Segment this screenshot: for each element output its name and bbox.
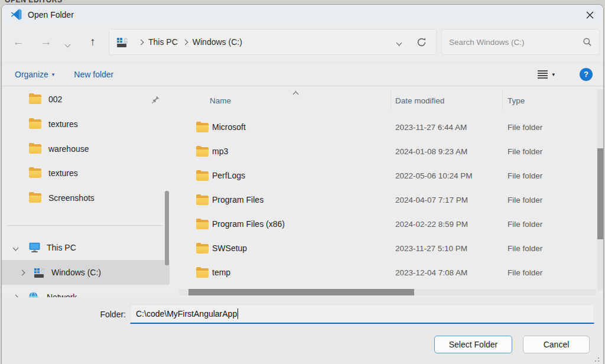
file-row-program-files[interactable]: Program Files 2024-04-07 7:17 PM File fo…	[178, 188, 591, 213]
folder-icon	[29, 168, 41, 178]
chevron-down-icon	[396, 40, 402, 46]
folder-icon	[29, 193, 41, 203]
file-row-microsoft[interactable]: Microsoft 2023-11-27 6:44 AM File folder	[178, 116, 591, 140]
search-icon	[583, 37, 592, 47]
drive-icon	[116, 36, 128, 48]
dialog-footer: Folder: C:\code\MyFirstAngularApp Select…	[2, 297, 603, 364]
dialog-title: Open Folder	[28, 10, 74, 20]
folder-icon	[196, 244, 209, 254]
dialog-titlebar: Open Folder	[2, 5, 603, 24]
close-button[interactable]	[584, 9, 596, 21]
column-header-date-modified[interactable]: Date modified	[395, 96, 444, 105]
cancel-button[interactable]: Cancel	[523, 336, 590, 353]
sidebar-item-screenshots[interactable]: Screenshots	[2, 186, 170, 210]
command-toolbar: Organize ▾ New folder ▾ ?	[2, 62, 603, 86]
folder-icon	[196, 147, 209, 157]
resize-grip[interactable]	[591, 354, 600, 362]
sidebar-item-textures[interactable]: textures	[2, 112, 170, 136]
sidebar-item-label: Screenshots	[48, 193, 95, 203]
organize-button[interactable]: Organize ▾	[15, 70, 54, 79]
text-cursor	[238, 308, 238, 319]
folder-icon	[196, 196, 209, 205]
vertical-scrollbar-thumb[interactable]	[597, 148, 604, 239]
sidebar-item-label: 002	[48, 95, 62, 104]
background-app-text: OPEN EDITORS	[5, 0, 63, 4]
chevron-down-icon	[65, 42, 71, 48]
search-input[interactable]	[449, 38, 583, 47]
column-divider[interactable]	[502, 90, 503, 109]
folder-icon	[29, 119, 41, 129]
file-list-header: Name Date modified Type	[178, 87, 604, 114]
recent-locations-button[interactable]	[66, 38, 70, 49]
sidebar-item-warehouse[interactable]: warehouse	[2, 136, 170, 161]
folder-field-label: Folder:	[84, 310, 126, 319]
sort-ascending-icon	[294, 89, 298, 98]
pin-icon	[151, 95, 160, 104]
dropdown-icon: ▾	[52, 72, 55, 77]
breadcrumb-windows-c[interactable]: Windows (C:)	[193, 37, 242, 47]
folder-icon	[29, 144, 41, 154]
file-row-temp[interactable]: temp 2023-12-04 7:08 AM File folder	[178, 261, 591, 285]
sidebar-item-windows-c[interactable]: Windows (C:)	[2, 260, 170, 285]
sidebar-item-this-pc[interactable]: This PC	[2, 235, 170, 260]
folder-icon	[196, 123, 209, 132]
vscode-logo-icon	[11, 9, 22, 20]
sidebar-scrollbar-thumb[interactable]	[165, 191, 169, 265]
file-row-swsetup[interactable]: SWSetup 2023-11-27 5:10 PM File folder	[178, 237, 591, 261]
navigation-bar: ← → ↑ This PC Windows (C:)	[2, 28, 603, 57]
sidebar-item-textures-2[interactable]: textures	[2, 161, 170, 186]
folder-icon	[196, 171, 209, 181]
search-box[interactable]	[441, 29, 600, 55]
network-icon	[28, 291, 41, 297]
new-folder-button[interactable]: New folder	[74, 70, 113, 79]
file-row-perflogs[interactable]: PerfLogs 2022-05-06 10:24 PM File folder	[178, 164, 591, 188]
sidebar-item-label: warehouse	[48, 144, 89, 154]
dropdown-icon: ▾	[552, 72, 555, 77]
sidebar-item-network[interactable]: Network	[2, 285, 170, 297]
sidebar-item-label: textures	[48, 119, 78, 129]
help-button[interactable]: ?	[580, 68, 593, 81]
view-options-button[interactable]: ▾	[538, 70, 555, 79]
chevron-right-icon	[182, 39, 188, 45]
address-dropdown-button[interactable]	[397, 37, 401, 47]
breadcrumb[interactable]: This PC Windows (C:)	[109, 29, 437, 55]
back-button[interactable]: ←	[9, 34, 27, 50]
details-view-icon	[538, 70, 548, 79]
column-divider[interactable]	[391, 90, 391, 109]
file-list: Name Date modified Type Microsoft 2023-1…	[178, 87, 604, 297]
file-row-program-files-x86[interactable]: Program Files (x86) 2024-02-22 8:59 PM F…	[178, 213, 591, 237]
navigation-pane: 002 textures warehouse textures Screensh…	[2, 87, 170, 297]
sidebar-item-002[interactable]: 002	[2, 87, 170, 112]
sidebar-item-label: textures	[48, 168, 78, 178]
horizontal-scrollbar-thumb[interactable]	[188, 289, 414, 295]
chevron-right-icon[interactable]	[19, 269, 25, 275]
this-pc-icon	[28, 242, 41, 253]
folder-icon	[196, 220, 209, 229]
folder-icon	[29, 95, 41, 104]
sidebar-item-label: This PC	[47, 243, 76, 252]
sidebar-item-label: Network	[47, 292, 77, 297]
sidebar-divider	[8, 225, 162, 226]
folder-path-input[interactable]: C:\code\MyFirstAngularApp	[130, 304, 594, 324]
select-folder-button[interactable]: Select Folder	[434, 336, 512, 353]
chevron-right-icon	[138, 39, 144, 45]
folder-path-value: C:\code\MyFirstAngularApp	[136, 309, 237, 318]
sidebar-item-label: Windows (C:)	[51, 268, 101, 277]
column-header-type[interactable]: Type	[508, 96, 525, 105]
breadcrumb-this-pc[interactable]: This PC	[148, 37, 178, 47]
organize-label: Organize	[15, 70, 48, 79]
file-row-mp3[interactable]: mp3 2024-01-08 9:23 AM File folder	[178, 140, 591, 164]
forward-button[interactable]: →	[37, 34, 55, 50]
folder-icon	[196, 268, 209, 278]
drive-icon	[34, 266, 46, 278]
column-header-name[interactable]: Name	[210, 96, 231, 105]
open-folder-dialog: Open Folder ← → ↑	[1, 4, 604, 364]
refresh-button[interactable]	[417, 37, 427, 47]
up-button[interactable]: ↑	[84, 34, 102, 50]
chevron-down-icon[interactable]	[13, 245, 19, 251]
